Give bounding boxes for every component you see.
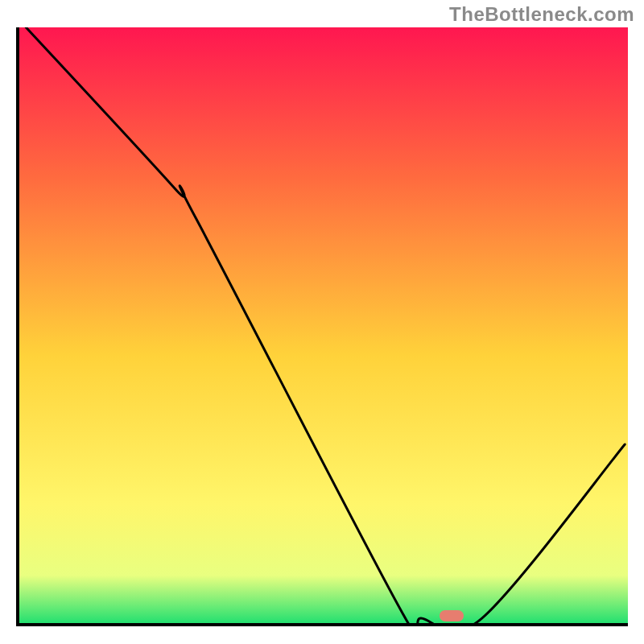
optimal-marker (440, 610, 464, 621)
attribution-text: TheBottleneck.com (449, 3, 634, 26)
plot-area (16, 27, 628, 626)
bottleneck-curve (19, 27, 628, 623)
chart-container: TheBottleneck.com (0, 0, 644, 644)
